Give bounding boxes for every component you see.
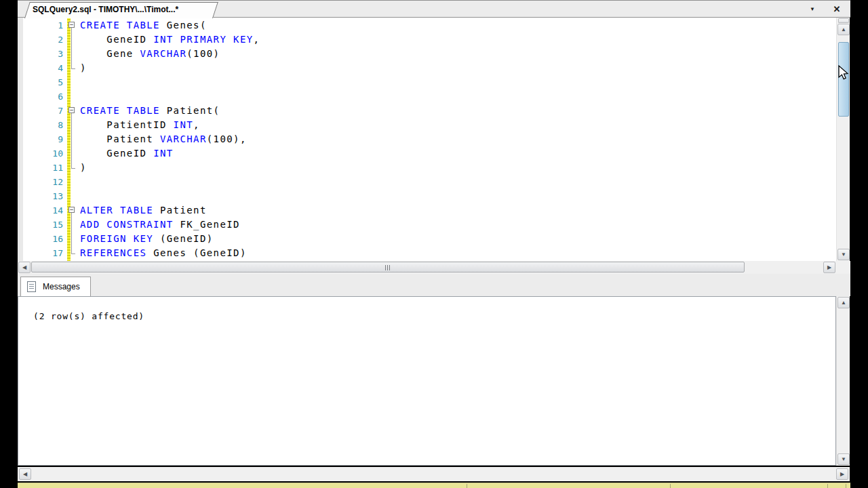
- messages-pane[interactable]: (2 row(s) affected): [18, 296, 836, 466]
- editor-hscroll-thumb[interactable]: [31, 262, 745, 272]
- line-number: 16: [18, 232, 66, 246]
- code-text: FOREIGN KEY (GeneID): [80, 232, 214, 246]
- outline-margin: [66, 218, 79, 232]
- document-tab-title: SQLQuery2.sql - TIMOTHY\...\Timot...*: [33, 5, 178, 14]
- status-bar: [18, 483, 850, 488]
- line-number: 1: [18, 18, 66, 33]
- line-number: 7: [18, 104, 66, 118]
- code-line[interactable]: 12: [18, 175, 836, 189]
- scroll-up-icon[interactable]: ▲: [837, 297, 850, 308]
- status-separator: [827, 484, 828, 488]
- outline-margin: [66, 61, 79, 75]
- scroll-right-icon[interactable]: ▶: [823, 262, 835, 273]
- outline-margin: [66, 161, 79, 175]
- line-number: 5: [18, 75, 66, 89]
- scroll-left-icon[interactable]: ◀: [18, 262, 31, 273]
- outline-margin: [66, 75, 79, 89]
- sql-code-editor[interactable]: 1−CREATE TABLE Genes(2 GeneID INT PRIMAR…: [18, 18, 836, 261]
- messages-icon: [27, 281, 36, 292]
- code-line[interactable]: 3 Gene VARCHAR(100): [18, 47, 836, 61]
- document-tab-sqlquery2[interactable]: SQLQuery2.sql - TIMOTHY\...\Timot...*: [24, 2, 213, 18]
- mouse-cursor-icon: [838, 65, 849, 81]
- scroll-left-icon[interactable]: ◀: [19, 468, 31, 480]
- hscroll-grip-icon: [385, 265, 391, 270]
- code-line[interactable]: 16FOREIGN KEY (GeneID): [18, 232, 836, 246]
- status-separator: [846, 484, 846, 488]
- line-number: 8: [18, 118, 66, 132]
- messages-vertical-scrollbar[interactable]: ▲ ▼: [836, 296, 850, 466]
- scrollbar-corner: [836, 261, 850, 274]
- code-text: ADD CONSTRAINT FK_GeneID: [80, 218, 240, 232]
- outline-margin: [66, 175, 79, 189]
- code-text: PatientID INT,: [80, 118, 200, 132]
- code-lines-container: 1−CREATE TABLE Genes(2 GeneID INT PRIMAR…: [18, 18, 836, 260]
- outline-margin: [66, 232, 79, 246]
- line-number: 4: [18, 61, 66, 75]
- splitter-grip[interactable]: [838, 18, 849, 23]
- code-line[interactable]: 15ADD CONSTRAINT FK_GeneID: [18, 218, 836, 232]
- code-text: ALTER TABLE Patient: [80, 203, 207, 218]
- ssms-window: SQLQuery2.sql - TIMOTHY\...\Timot...* ▼ …: [0, 0, 868, 488]
- line-number: 6: [18, 89, 66, 104]
- outline-margin: [66, 132, 79, 146]
- messages-output-text: (2 row(s) affected): [33, 311, 144, 321]
- code-line[interactable]: 9 Patient VARCHAR(100),: [18, 132, 836, 146]
- code-text: Patient VARCHAR(100),: [80, 132, 247, 146]
- outline-margin: [66, 33, 79, 47]
- scroll-up-icon[interactable]: ▲: [837, 24, 850, 35]
- code-line[interactable]: 14−ALTER TABLE Patient: [18, 203, 836, 218]
- line-number: 3: [18, 47, 66, 61]
- results-tab-strip: Messages: [18, 274, 850, 296]
- outline-collapse-icon[interactable]: −: [66, 203, 79, 218]
- code-line[interactable]: 2 GeneID INT PRIMARY KEY,: [18, 33, 836, 47]
- code-line[interactable]: 10 GeneID INT: [18, 146, 836, 161]
- code-line[interactable]: 13: [18, 189, 836, 203]
- outline-margin: [66, 246, 79, 260]
- code-text: ): [80, 61, 87, 75]
- line-number: 13: [18, 189, 66, 203]
- outline-margin: [66, 189, 79, 203]
- line-number: 2: [18, 33, 66, 47]
- line-number: 17: [18, 246, 66, 260]
- line-number: 11: [18, 161, 66, 175]
- code-line[interactable]: 7−CREATE TABLE Patient(: [18, 104, 836, 118]
- outline-margin: [66, 89, 79, 104]
- outline-margin: [66, 47, 79, 61]
- status-separator: [670, 484, 671, 488]
- code-text: REFERENCES Genes (GeneID): [80, 246, 247, 260]
- scroll-down-icon[interactable]: ▼: [837, 453, 850, 465]
- code-text: CREATE TABLE Patient(: [80, 104, 220, 118]
- code-text: Gene VARCHAR(100): [80, 47, 220, 61]
- code-text: GeneID INT: [80, 146, 174, 161]
- editor-horizontal-scrollbar[interactable]: ◀ ▶: [18, 261, 836, 274]
- outline-collapse-icon[interactable]: −: [66, 104, 79, 118]
- scroll-right-icon[interactable]: ▶: [836, 468, 848, 480]
- code-line[interactable]: 8 PatientID INT,: [18, 118, 836, 132]
- status-separator: [467, 484, 467, 488]
- code-line[interactable]: 5: [18, 75, 836, 89]
- outline-margin: [66, 118, 79, 132]
- document-tab-strip: SQLQuery2.sql - TIMOTHY\...\Timot...* ▼ …: [18, 0, 850, 18]
- code-line[interactable]: 11): [18, 161, 836, 175]
- line-number: 12: [18, 175, 66, 189]
- messages-tab-label: Messages: [43, 282, 80, 291]
- editor-vertical-scrollbar[interactable]: ▲ ▼: [836, 18, 850, 261]
- outline-collapse-icon[interactable]: −: [66, 18, 79, 33]
- messages-horizontal-scrollbar[interactable]: ◀ ▶: [18, 467, 850, 481]
- code-line[interactable]: 1−CREATE TABLE Genes(: [18, 18, 836, 33]
- tab-messages[interactable]: Messages: [20, 277, 91, 296]
- line-number: 10: [18, 146, 66, 161]
- close-icon[interactable]: ✕: [830, 3, 844, 16]
- code-text: ): [80, 161, 87, 175]
- line-number: 9: [18, 132, 66, 146]
- code-line[interactable]: 6: [18, 89, 836, 104]
- line-number: 14: [18, 203, 66, 218]
- code-text: GeneID INT PRIMARY KEY,: [80, 33, 260, 47]
- code-line[interactable]: 4): [18, 61, 836, 75]
- code-text: CREATE TABLE Genes(: [80, 18, 207, 33]
- line-number: 15: [18, 218, 66, 232]
- active-files-dropdown-icon[interactable]: ▼: [806, 3, 819, 16]
- code-line[interactable]: 17REFERENCES Genes (GeneID): [18, 246, 836, 260]
- outline-margin: [66, 146, 79, 161]
- scroll-down-icon[interactable]: ▼: [837, 249, 850, 260]
